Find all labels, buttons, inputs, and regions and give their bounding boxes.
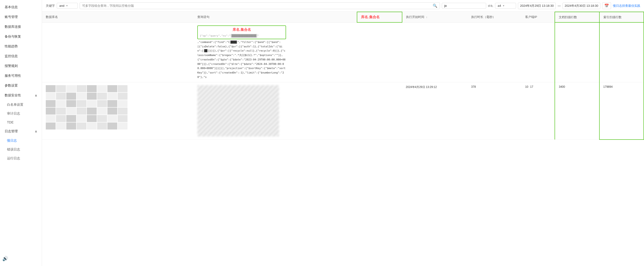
keyword-value: and — [59, 4, 64, 7]
cell-idx-scan — [600, 22, 644, 82]
slow-log-table: 数据库名 查询语句 库名.集合名 执行开始时间 ↕ 执行时长（毫秒） — [42, 12, 644, 140]
sidebar-item-error-log[interactable]: 错误日志 — [0, 145, 42, 154]
date-end-display[interactable]: 2024年4月30日 13:18:30 — [562, 2, 600, 9]
cell-db-name — [42, 22, 194, 82]
query-highlight-box: 库名.集合名 {"op":"query","ns":"█████████████… — [197, 25, 286, 39]
sidebar-item-monitor-info[interactable]: 监控信息 — [0, 51, 42, 61]
chevron-down-icon: ▼ — [66, 4, 68, 7]
calendar-button[interactable]: 📅 — [602, 2, 611, 9]
cell-exec-duration-2: 378 — [468, 82, 522, 140]
col-header-lib-collection: 库名.集合名 — [357, 12, 402, 22]
keyword-select[interactable]: and ▼ — [57, 3, 78, 9]
sound-button[interactable]: 🔊 — [2, 256, 8, 261]
col-header-exec-duration: 执行时长（毫秒） — [468, 12, 522, 22]
sidebar-item-alert-rules[interactable]: 报警规则 — [0, 61, 42, 71]
sidebar-item-db-connection[interactable]: 数据库连接 — [0, 22, 42, 32]
cell-exec-start-2: 2024年4月29日 13:29:12 — [402, 82, 468, 140]
cell-exec-duration — [468, 22, 522, 82]
sidebar-item-account-mgmt[interactable]: 账号管理 — [0, 12, 42, 22]
search-input[interactable] — [82, 4, 431, 7]
chevron-up-icon-2: ∧ — [35, 129, 37, 133]
sidebar-item-backup-restore[interactable]: 备份与恢复 — [0, 32, 42, 41]
cell-lib-collection-2 — [357, 82, 402, 140]
chevron-up-icon: ∧ — [35, 94, 37, 97]
filter2-prefix: d-b, — [488, 4, 493, 7]
query-text-full: ,"command":{"find":"C████","filter":{"$a… — [197, 40, 286, 79]
search-input-wrap: 🔍 — [80, 2, 440, 9]
filter3-value: a4 — [498, 4, 501, 7]
col-header-query: 查询语句 — [194, 12, 357, 22]
sort-icon: ↕ — [426, 16, 427, 18]
col-header-db-name: 数据库名 — [42, 12, 194, 22]
col-header-client-ip: 客户端IP — [522, 12, 555, 22]
sidebar-item-whitelist[interactable]: 白名单设置 — [0, 100, 42, 109]
blurred-query-content — [197, 85, 279, 137]
col-header-idx-scan: 索引扫描行数 — [600, 12, 644, 22]
table-row: 库名.集合名 {"op":"query","ns":"█████████████… — [42, 22, 644, 82]
cell-client-ip-2: 10 17 — [522, 82, 555, 140]
table-row: 2024年4月29日 13:29:12 378 10 17 3400 — [42, 82, 644, 140]
cell-db-name-2 — [42, 82, 194, 140]
query-ns-redacted: {"op":"query","ns":"████████████████" — [200, 34, 259, 38]
cell-query: 库名.集合名 {"op":"query","ns":"█████████████… — [194, 22, 357, 82]
main-content: 关键字 and ▼ 🔍 d-b, a4 ▼ 2024年4月29日 13:18:3… — [42, 0, 644, 266]
cell-doc-scan — [555, 22, 599, 82]
cell-client-ip — [522, 22, 555, 82]
cell-lib-collection — [357, 22, 402, 82]
sidebar-item-run-log[interactable]: 运行日志 — [0, 154, 42, 163]
col-header-exec-start[interactable]: 执行开始时间 ↕ — [402, 12, 468, 22]
cell-query-2 — [194, 82, 357, 140]
cell-doc-scan-2: 3400 — [555, 82, 599, 140]
sidebar-item-audit-log[interactable]: 审计日志 — [0, 109, 42, 118]
sidebar-item-service-avail[interactable]: 服务可用性 — [0, 71, 42, 81]
cell-exec-start — [402, 22, 468, 82]
date-start-display[interactable]: 2024年4月29日 13:18:30 — [518, 2, 556, 9]
sidebar-item-slow-log[interactable]: 慢日志 — [0, 136, 42, 145]
topbar: 关键字 and ▼ 🔍 d-b, a4 ▼ 2024年4月29日 13:18:3… — [42, 0, 644, 12]
table-container: 数据库名 查询语句 库名.集合名 执行开始时间 ↕ 执行时长（毫秒） — [42, 12, 644, 266]
sidebar-item-tde[interactable]: TDE — [0, 118, 42, 126]
sidebar: 基本信息 账号管理 数据库连接 备份与恢复 性能趋势 监控信息 报警规则 服务可… — [0, 0, 42, 266]
top-right-link[interactable]: 慢日志排查最佳实践 — [613, 4, 640, 8]
sidebar-item-log-mgmt[interactable]: 日志管理 ∧ — [0, 126, 42, 136]
date-range-divider: — — [558, 4, 561, 7]
sidebar-item-perf-trend[interactable]: 性能趋势 — [0, 41, 42, 51]
col-header-doc-scan: 文档扫描行数 — [555, 12, 599, 22]
sidebar-item-basic-info[interactable]: 基本信息 — [0, 2, 42, 12]
cell-idx-scan-2: 179894 — [600, 82, 644, 140]
sidebar-item-param-settings[interactable]: 参数设置 — [0, 81, 42, 90]
filter3-select[interactable]: a4 ▼ — [495, 3, 516, 9]
chevron-down-icon-3: ▼ — [502, 4, 505, 7]
search-button[interactable]: 🔍 — [433, 3, 437, 8]
lib-collection-label: 库名.集合名 — [200, 27, 284, 32]
blurred-content — [46, 85, 128, 132]
keyword-label: 关键字 — [46, 4, 55, 8]
sidebar-item-data-security[interactable]: 数据安全性 ∧ — [0, 90, 42, 100]
filter1-input[interactable] — [442, 3, 486, 9]
